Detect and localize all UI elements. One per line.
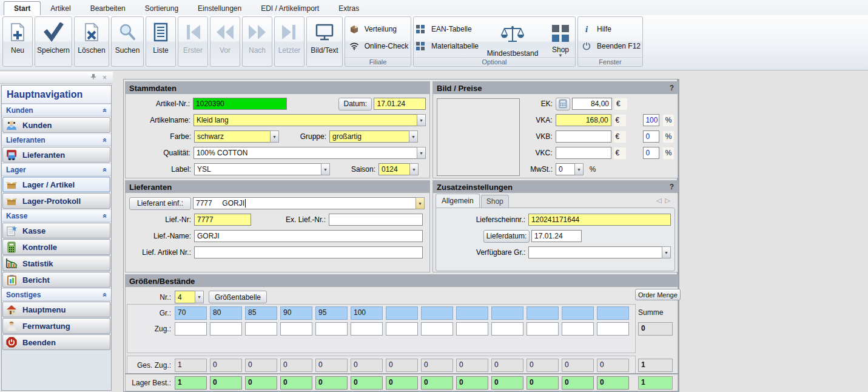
zugang-input[interactable] — [527, 322, 559, 336]
saison-field[interactable]: 0124 — [378, 163, 410, 175]
tab-sortierung[interactable]: Sortierung — [135, 2, 188, 15]
ean-tabelle-button[interactable]: EAN-Tabelle — [414, 23, 479, 35]
ex-lief-nr-field[interactable] — [329, 214, 423, 226]
zugang-input[interactable] — [491, 322, 523, 336]
mwst-dropdown-button[interactable]: ▼ — [574, 163, 584, 175]
mwst-field[interactable]: 0 — [556, 163, 575, 175]
gruppe-field[interactable]: großartig — [329, 130, 409, 143]
vkc-percent-field[interactable]: 0 — [643, 147, 659, 159]
verfuegbare-gr-dropdown-button[interactable]: ▼ — [662, 246, 671, 259]
lieferdatum-button[interactable]: Lieferdatum: — [483, 230, 530, 243]
vka-field[interactable]: 168,00 — [556, 114, 611, 126]
tab-shop[interactable]: Shop — [481, 195, 509, 208]
order-menge-button[interactable]: Order Menge — [635, 289, 681, 300]
sidebar-item-kontrolle[interactable]: Kontrolle — [2, 239, 110, 255]
sidebar-item-kunden[interactable]: Kunden — [2, 117, 110, 133]
vkc-field[interactable] — [556, 147, 611, 159]
ek-field[interactable]: 84,00 — [572, 98, 612, 110]
groessentabelle-button[interactable]: Größentabelle — [209, 291, 267, 303]
lieferdatum-field[interactable]: 17.01.24 — [531, 230, 582, 242]
farbe-field[interactable]: schwarz — [194, 130, 271, 143]
nav-group-lieferanten[interactable]: Lieferanten » — [2, 133, 111, 146]
zugang-input[interactable] — [456, 322, 488, 336]
verteilung-button[interactable]: Verteilung — [348, 23, 409, 35]
verfuegbare-gr-field[interactable] — [528, 246, 662, 259]
online-check-button[interactable]: Online-Check — [348, 40, 409, 52]
sidebar-item-hauptmenu[interactable]: Hauptmenu — [2, 302, 110, 317]
tab-einstellungen[interactable]: Einstellungen — [188, 2, 251, 15]
zugang-input[interactable] — [597, 322, 629, 336]
lieferant-einf-field[interactable]: 7777 GORJI — [193, 197, 416, 209]
liste-button[interactable]: Liste — [146, 16, 176, 67]
beenden-f12-button[interactable]: Beenden F12 — [580, 40, 641, 52]
calculator-button[interactable] — [556, 98, 570, 110]
lieferant-einf-dropdown-button[interactable]: ▼ — [415, 197, 425, 209]
artikelname-field[interactable]: Kleid lang — [193, 114, 417, 126]
loeschen-button[interactable]: Löschen — [74, 16, 109, 67]
speichern-button[interactable]: Speichern — [35, 16, 72, 67]
zugang-input[interactable] — [421, 322, 453, 336]
close-icon[interactable]: × — [103, 74, 107, 81]
zugang-input[interactable] — [210, 322, 242, 336]
materialtabelle-button[interactable]: Materialtabelle — [414, 40, 479, 52]
tab-extras[interactable]: Extras — [329, 2, 369, 15]
vkb-percent-field[interactable]: 0 — [643, 130, 659, 143]
lager-bestand-cell: 0 — [210, 376, 242, 390]
tab-scroll-right-icon[interactable]: ▷ — [665, 197, 674, 204]
gruppe-dropdown-button[interactable]: ▼ — [409, 130, 418, 143]
hilfe-button[interactable]: i Hilfe — [580, 23, 641, 35]
tab-allgemein[interactable]: Allgemein — [436, 194, 480, 208]
datum-field[interactable]: 17.01.24 — [374, 98, 426, 110]
nav-group-lager[interactable]: Lager » — [2, 163, 111, 176]
label-dropdown-button[interactable]: ▼ — [321, 163, 330, 175]
nav-group-sonstiges[interactable]: Sonstiges » — [2, 288, 111, 301]
zugang-input[interactable] — [386, 322, 418, 336]
artikel-nr-field[interactable]: 1020390 — [193, 98, 287, 110]
qualitaet-field[interactable]: 100% COTTON — [193, 147, 417, 159]
bild-text-button[interactable]: Bild/Text — [306, 16, 343, 67]
nav-group-kunden[interactable]: Kunden » — [2, 104, 111, 117]
sidebar-item-bericht[interactable]: Bericht — [2, 272, 110, 288]
sidebar-item-lager-artikel[interactable]: Lager / Artikel — [2, 177, 110, 192]
qualitaet-dropdown-button[interactable]: ▼ — [417, 147, 426, 159]
tab-edi-artikelimport[interactable]: EDI / Artikelimport — [251, 2, 329, 15]
lief-nr-field[interactable]: 7777 — [194, 214, 251, 226]
lief-artikel-nr-field[interactable] — [194, 246, 423, 259]
suchen-button[interactable]: Suchen — [111, 16, 144, 67]
zugang-input[interactable] — [280, 322, 312, 336]
help-icon[interactable]: ? — [670, 84, 674, 92]
zugang-input[interactable] — [562, 322, 594, 336]
sidebar-item-fernwartung[interactable]: Fernwartung — [2, 318, 110, 334]
lieferant-einf-button[interactable]: Lieferant einf.: — [129, 197, 191, 210]
shop-button[interactable]: Shop ▼ — [547, 23, 574, 58]
zugang-input[interactable] — [351, 322, 383, 336]
sidebar-item-statistik[interactable]: Statistik — [2, 255, 110, 271]
neu-button[interactable]: Neu — [2, 16, 33, 67]
groessentabelle-nr-field[interactable]: 4 — [175, 291, 195, 303]
vkb-field[interactable] — [556, 130, 611, 143]
tab-artikel[interactable]: Artikel — [41, 2, 80, 15]
saison-dropdown-button[interactable]: ▼ — [409, 163, 419, 175]
sidebar-item-lieferanten[interactable]: Lieferanten — [2, 147, 110, 163]
label-field[interactable]: YSL — [194, 163, 321, 175]
groessentabelle-nr-dropdown-button[interactable]: ▼ — [195, 291, 204, 303]
sidebar-item-lager-protokoll[interactable]: Lager-Protokoll — [2, 193, 110, 209]
help-icon[interactable]: ? — [670, 183, 674, 191]
tab-start[interactable]: Start — [4, 1, 41, 15]
vka-percent-field[interactable]: 100 — [643, 114, 659, 126]
sidebar-item-kasse[interactable]: Kasse — [2, 223, 110, 238]
lief-name-field[interactable]: GORJI — [194, 230, 423, 242]
zugang-input[interactable] — [175, 322, 207, 336]
artikelname-dropdown-button[interactable]: ▼ — [417, 114, 426, 126]
tab-scroll-left-icon[interactable]: ◁ — [656, 197, 665, 204]
nav-group-kasse[interactable]: Kasse » — [2, 209, 111, 222]
pin-icon[interactable] — [90, 73, 96, 81]
datum-button[interactable]: Datum: — [338, 98, 372, 110]
farbe-dropdown-button[interactable]: ▼ — [270, 130, 279, 143]
zugang-input[interactable] — [315, 322, 348, 336]
tab-bearbeiten[interactable]: Bearbeiten — [81, 2, 135, 15]
mindestbestand-button[interactable]: Mindestbestand ▼ — [485, 23, 540, 61]
lieferscheinnr-field[interactable]: 120241171644 — [528, 214, 671, 226]
sidebar-item-beenden[interactable]: Beenden — [2, 334, 110, 350]
zugang-input[interactable] — [245, 322, 277, 336]
